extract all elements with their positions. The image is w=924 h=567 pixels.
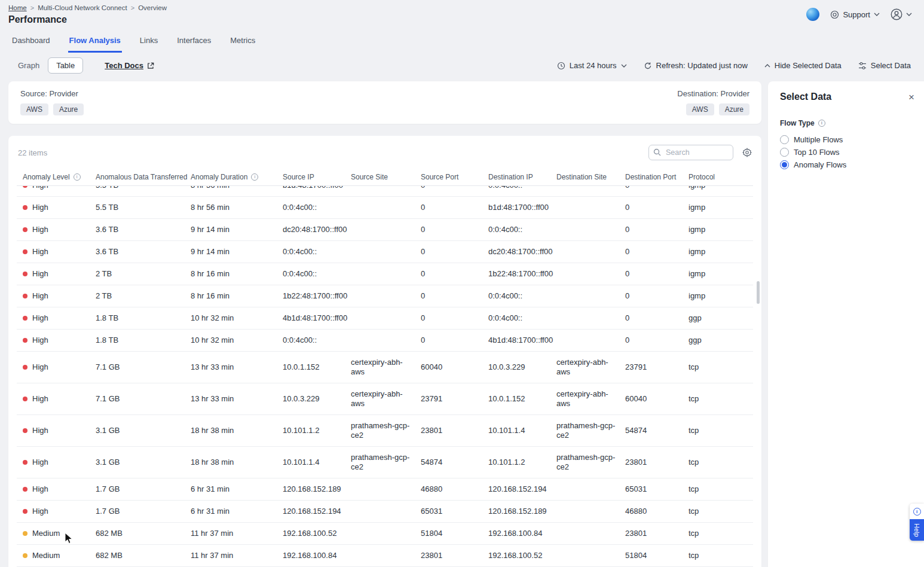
support-label: Support [843,10,870,19]
table-row[interactable]: High 3.1 GB 18 hr 38 min 10.101.1.4 prat… [17,447,753,478]
destination-site-cell [550,550,619,562]
tab[interactable]: Links [139,32,159,53]
destination-port-cell: 54874 [619,420,683,441]
source-ip-cell: 4b1d:48:1700::ff00 [277,307,345,329]
top-header-right: Support [806,8,912,21]
destination-ip-cell: dc20:48:1700::ff00 [482,241,550,263]
anomaly-level-cell: High [17,197,90,218]
tab[interactable]: Interfaces [176,32,212,53]
anomaly-level-dot [23,428,27,433]
table-row[interactable]: High 1.8 TB 10 hr 32 min 0:0:4c00:: 0 4b… [17,330,753,352]
protocol-cell: tcp [683,478,753,500]
anomaly-level-dot [23,397,27,401]
flow-type-option[interactable]: Anomaly Flows [780,160,914,169]
anomalous-data-cell: 2 TB [90,285,185,307]
column-header[interactable]: Protocol [683,173,753,181]
anomaly-duration-cell: 13 hr 33 min [185,388,277,410]
anomaly-duration-cell: 8 hr 16 min [185,263,277,285]
time-range-label: Last 24 hours [570,61,617,70]
provider-chip[interactable]: AWS [20,103,48,115]
tech-docs-link[interactable]: Tech Docs [105,61,154,70]
info-icon[interactable] [74,173,81,181]
table-row[interactable]: High 2 TB 8 hr 16 min 0:0:4c00:: 0 1b22:… [17,263,753,285]
flow-type-option[interactable]: Top 10 Flows [780,148,914,157]
gear-icon[interactable] [742,148,752,157]
column-header[interactable]: Source Port [415,173,482,181]
view-toggle-button[interactable]: Graph [10,57,48,74]
table-row[interactable]: High 3.1 GB 18 hr 38 min 10.101.1.2 prat… [17,415,753,447]
table-row[interactable]: High 5.5 TB 8 hr 56 min 0:0:4c00:: 0 b1d… [17,197,753,219]
table-row[interactable]: High 1.7 GB 6 hr 31 min 120.168.152.189 … [17,478,753,501]
table-row[interactable]: High 3.6 TB 9 hr 14 min dc20:48:1700::ff… [17,219,753,241]
table-row[interactable]: High 2 TB 8 hr 16 min 1b22:48:1700::ff00… [17,285,753,307]
column-header[interactable]: Anomaly Level [17,173,90,181]
table-row[interactable]: Medium 682 MB 11 hr 37 min 192.168.100.8… [17,545,753,567]
table-row[interactable]: High 7.1 GB 13 hr 33 min 10.0.3.229 cert… [17,383,753,415]
destination-site-cell [550,483,619,495]
user-menu[interactable] [891,8,912,20]
support-menu[interactable]: Support [830,10,880,19]
view-toggle-button[interactable]: Table [48,57,83,74]
provider-chip[interactable]: AWS [686,103,714,115]
select-data-icon [858,62,867,70]
flow-table-card: 22 items Anomal [8,136,761,567]
source-port-cell: 0 [415,285,482,307]
source-port-cell: 0 [415,330,482,351]
radio-label: Top 10 Flows [794,148,840,157]
tab[interactable]: Flow Analysis [68,32,122,53]
page-title: Performance [8,14,167,25]
provider-chip[interactable]: Azure [719,103,749,115]
info-icon[interactable] [251,173,258,181]
time-range-dropdown[interactable]: Last 24 hours [557,61,627,70]
select-data-label: Select Data [871,61,911,70]
destination-ip-cell: 0:0:4c00:: [482,285,550,307]
destination-site-cell [550,246,619,258]
breadcrumb-multi-cloud-network-connect[interactable]: Multi-Cloud Network Connect [38,4,127,11]
tab[interactable]: Dashboard [11,32,51,53]
table-row[interactable]: High 5.5 TB 8 hr 56 min b1d:48:1700::ff0… [17,186,753,197]
refresh-button[interactable]: Refresh: Updated just now [644,61,748,70]
source-ip-cell: 192.168.100.52 [277,523,345,544]
column-header[interactable]: Anomalous Data Transferred [90,173,185,181]
support-icon [830,10,839,19]
column-header[interactable]: Anomaly Duration [185,173,277,181]
anomaly-level-cell: High [17,241,90,263]
table-scrollbar[interactable] [757,281,760,304]
provider-chip[interactable]: Azure [53,103,84,115]
flow-type-label: Flow Type [780,119,815,127]
source-site-cell: prathamesh-gcp-ce2 [345,415,415,446]
info-icon[interactable] [818,120,825,127]
table-row[interactable]: High 1.7 GB 6 hr 31 min 120.168.152.194 … [17,501,753,523]
table-row[interactable]: High 3.6 TB 9 hr 14 min 0:0:4c00:: 0 dc2… [17,241,753,263]
destination-site-cell [550,268,619,280]
source-site-cell [345,186,415,191]
search-input[interactable] [648,145,733,160]
table-row[interactable]: Medium 682 MB 11 hr 37 min 192.168.100.5… [17,523,753,545]
chevron-down-icon [906,13,912,16]
breadcrumb-home[interactable]: Home [8,4,27,11]
column-label: Destination IP [488,173,533,181]
table-row[interactable]: High 7.1 GB 13 hr 33 min 10.0.1.152 cert… [17,352,753,383]
tab-bar: Dashboard Flow Analysis Links Interfaces… [11,32,924,53]
tab[interactable]: Metrics [229,32,256,53]
select-data-button[interactable]: Select Data [858,61,911,70]
tab-label: Metrics [230,36,255,45]
close-icon[interactable]: × [908,92,914,102]
table-row[interactable]: High 1.8 TB 10 hr 32 min 4b1d:48:1700::f… [17,307,753,330]
column-header[interactable]: Source Site [345,173,415,181]
source-site-cell: certexpiry-abh-aws [345,352,415,383]
chevron-down-icon [874,13,880,16]
select-data-panel: Select Data × Flow Type Multiple Flows [768,81,924,567]
destination-ip-cell: b1d:48:1700::ff00 [482,197,550,218]
destination-port-cell: 0 [619,307,683,329]
hide-selected-data-button[interactable]: Hide Selected Data [764,61,842,70]
column-header[interactable]: Destination Site [550,173,619,181]
radio-icon [780,148,789,157]
column-header[interactable]: Source IP [277,173,345,181]
help-tab[interactable]: i Help [910,504,924,541]
column-header[interactable]: Destination Port [619,173,683,181]
source-ip-cell: 10.101.1.4 [277,452,345,473]
column-header[interactable]: Destination IP [482,173,550,181]
destination-port-cell: 60040 [619,388,683,410]
flow-type-option[interactable]: Multiple Flows [780,135,914,144]
